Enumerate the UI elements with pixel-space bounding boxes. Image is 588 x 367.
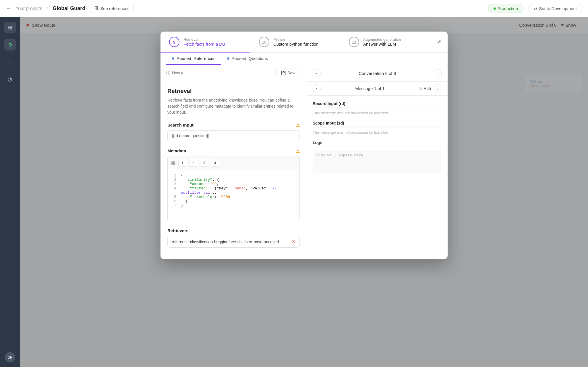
- search-input-label: Search Input △: [167, 122, 300, 127]
- prev-conversation-button[interactable]: ‹: [313, 69, 321, 77]
- message-nav: ‹ Message 1 of 1 ▷ Run ›: [307, 81, 448, 96]
- code-line-5: 5 "threshold": -9999: [172, 195, 295, 199]
- sidebar-item-add[interactable]: ⊕: [4, 39, 16, 51]
- sidebar-item-list[interactable]: ≡: [4, 56, 16, 68]
- step-label-retrieval: Retrieval: [183, 37, 225, 42]
- step-tabs: 9 Retrieval Fetch facts from a DB 10 Pyt…: [160, 32, 448, 53]
- back-button[interactable]: ←: [6, 5, 11, 11]
- retrievers-label: Retrievers: [167, 228, 300, 233]
- swap-icon: ⇄: [533, 6, 537, 11]
- logs-section: Logs Logs will appear here...: [313, 140, 442, 173]
- run-arrow-icon: ▷: [419, 86, 422, 91]
- paused-bar: Paused References Paused Questions: [160, 53, 448, 65]
- retriever-value: reference-classification-huggingface-dis…: [172, 240, 279, 244]
- metadata-warning-icon: △: [296, 148, 300, 153]
- section-desc: Retrieve facts from the underlying knowl…: [167, 97, 300, 115]
- database-icon: 🗄: [94, 6, 98, 11]
- set-to-development-button[interactable]: ⇄ Set to Development: [528, 4, 582, 13]
- step-tab-python[interactable]: 10 Python Custom python function: [250, 32, 340, 52]
- search-input-field[interactable]: {{rd.record.question}}: [167, 130, 300, 141]
- editor-tab-2[interactable]: 2: [189, 159, 197, 167]
- tab-label-references: References: [194, 56, 216, 61]
- avatar: JH: [5, 352, 15, 362]
- next-conversation-button[interactable]: ›: [434, 69, 442, 77]
- right-content: Record Input (rd) This message was not p…: [307, 96, 448, 259]
- expand-icon: ⤢: [437, 39, 441, 45]
- paused-label-questions: Paused: [232, 56, 246, 61]
- retriever-tag: reference-classification-huggingface-dis…: [167, 236, 300, 248]
- page-title: Global Guard: [53, 5, 85, 11]
- warning-icon: △: [296, 122, 300, 127]
- sidebar: ⊞ ⊕ ≡ ◔ JH: [0, 17, 20, 367]
- editor-layout-icon[interactable]: ▦: [171, 160, 175, 166]
- right-panel: ‹ Conversation 6 of 6 › ‹ Message 1 of 1…: [307, 65, 448, 259]
- sidebar-item-analytics[interactable]: ◔: [4, 73, 16, 85]
- record-input-section: Record Input (rd) This message was not p…: [313, 101, 442, 115]
- left-panel: ⓘ How to 💾 Save Retrieval Retrieve facts…: [160, 65, 307, 259]
- main-area: ✖ Show Route Conversation 6 of 6 ≡ Show …: [20, 17, 588, 367]
- record-input-message: This message was not processed by this s…: [313, 111, 442, 115]
- conversation-label: Conversation 6 of 6: [324, 71, 431, 76]
- step-num-10: 10: [259, 37, 269, 47]
- editor-tab-1[interactable]: 1: [178, 159, 186, 167]
- status-dot: [494, 7, 496, 10]
- retrievers-section: Retrievers reference-classification-hugg…: [167, 228, 300, 248]
- code-line-4: 4 "filter": [{"key": "name", "value": "{…: [172, 186, 295, 195]
- message-label: Message 1 of 1: [324, 86, 416, 91]
- paused-dot-references: [172, 57, 174, 60]
- paused-label-references: Paused: [177, 56, 191, 61]
- code-line-1: 1 {: [172, 173, 295, 178]
- metadata-label: Metadata △: [167, 148, 300, 153]
- step-label-augmented: Augmented generation: [363, 37, 401, 42]
- logs-title: Logs: [313, 140, 442, 145]
- tab-label-questions: Questions: [248, 56, 268, 61]
- paused-tab-questions[interactable]: Paused Questions: [221, 53, 274, 65]
- question-icon: ⓘ: [166, 70, 170, 75]
- step-num-11: 11: [349, 37, 359, 47]
- paused-tab-references[interactable]: Paused References: [166, 53, 221, 65]
- step-tab-retrieval[interactable]: 9 Retrieval Fetch facts from a DB: [160, 32, 250, 52]
- editor-tab-4[interactable]: 4: [211, 159, 219, 167]
- save-icon: 💾: [281, 71, 286, 75]
- see-references-button[interactable]: 🗄 See references: [90, 4, 134, 13]
- editor-tab-3[interactable]: 3: [200, 159, 208, 167]
- record-input-title: Record Input (rd): [313, 101, 442, 106]
- section-title: Retrieval: [167, 88, 300, 94]
- run-button[interactable]: ▷ Run: [419, 86, 431, 91]
- scope-input-message: This message was not processed by this s…: [313, 130, 442, 135]
- prev-message-button[interactable]: ‹: [313, 84, 321, 92]
- topbar: ← Your projects / Global Guard 🗄 See ref…: [0, 0, 588, 17]
- step-name-retrieval: Fetch facts from a DB: [183, 42, 225, 46]
- sidebar-item-dashboard[interactable]: ⊞: [4, 22, 16, 33]
- next-message-button[interactable]: ›: [434, 84, 442, 92]
- code-line-7: 7 }: [172, 203, 295, 208]
- production-badge: Production: [488, 4, 524, 13]
- step-name-python: Custom python function: [273, 42, 319, 46]
- remove-retriever-button[interactable]: ✕: [292, 239, 295, 244]
- metadata-editor: ▦ 1 2 3 4 1 {: [167, 156, 300, 221]
- scope-input-section: Scope Input (sd) This message was not pr…: [313, 121, 442, 135]
- paused-dot-questions: [227, 57, 229, 60]
- step-label-python: Python: [273, 37, 319, 42]
- code-line-6: 6 }: [172, 199, 295, 203]
- modal: 9 Retrieval Fetch facts from a DB 10 Pyt…: [160, 32, 448, 259]
- panel-content: Retrieval Retrieve facts from the underl…: [160, 81, 307, 259]
- breadcrumb: Your projects: [16, 6, 42, 11]
- editor-toolbar: ▦ 1 2 3 4: [168, 156, 299, 169]
- step-tab-augmented[interactable]: 11 Augmented generation Answer with LLM: [340, 32, 430, 52]
- logs-content: Logs will appear here...: [313, 150, 442, 173]
- code-line-3: 3 "amount": 99,: [172, 182, 295, 186]
- expand-button[interactable]: ⤢: [430, 32, 448, 52]
- conversation-header: ‹ Conversation 6 of 6 ›: [307, 65, 448, 81]
- modal-body: ⓘ How to 💾 Save Retrieval Retrieve facts…: [160, 65, 448, 259]
- code-area[interactable]: 1 { 2 "similarity": { 3 "amount": 99: [168, 169, 299, 221]
- panel-toolbar: ⓘ How to 💾 Save: [160, 65, 307, 81]
- step-name-augmented: Answer with LLM: [363, 42, 401, 46]
- modal-overlay: 9 Retrieval Fetch facts from a DB 10 Pyt…: [20, 17, 588, 367]
- save-button[interactable]: 💾 Save: [276, 69, 301, 77]
- scope-input-title: Scope Input (sd): [313, 121, 442, 125]
- how-to-button[interactable]: ⓘ How to: [166, 70, 185, 75]
- step-num-9: 9: [169, 37, 179, 47]
- code-line-2: 2 "similarity": {: [172, 178, 295, 182]
